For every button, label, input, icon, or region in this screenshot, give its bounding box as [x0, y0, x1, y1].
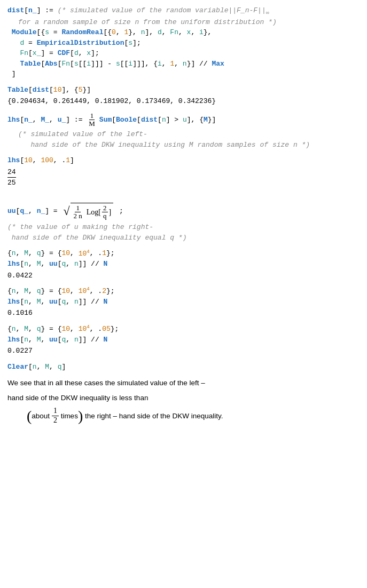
set2-line: {n, M, q} = {10, 104, .2}; [7, 286, 360, 297]
lhs1-result: 0.0422 [7, 271, 360, 281]
open-paren-icon: ( [27, 409, 32, 424]
lhs3-call: lhs[n, M, uu[q, n]] // N [7, 335, 360, 345]
set2-section: {n, M, q} = {10, 104, .2}; lhs[n, M, uu[… [7, 286, 360, 319]
set3-section: {n, M, q} = {10, 104, .05}; lhs[n, M, uu… [7, 324, 360, 356]
lhs2-call: lhs[n, M, uu[q, n]] // N [7, 297, 360, 307]
prose-section: We see that in all these cases the simul… [7, 377, 360, 425]
lhs2-result: 0.1016 [7, 308, 360, 319]
lhs-call-section: lhs[10, 100, .1] 24 25 [7, 155, 360, 188]
uu-comment-2: hand side of the DKW inequality equal q … [7, 233, 360, 243]
close-paren-icon: ) [78, 409, 83, 424]
uu-section: uu[q_, n_] = √ 1 2 n Log [ 2 q ] [7, 203, 360, 243]
lhs-comment-1: (* simulated value of the left- [7, 129, 360, 140]
prose-line3: the right – hand side of the DKW inequal… [83, 410, 223, 422]
uu-comment-1: (* the value of u making the right- [7, 222, 360, 233]
clear-call: Clear[n, M, q] [7, 362, 360, 372]
table-section: Table[dist[10], {5}] {0.204634, 0.261449… [7, 85, 360, 107]
code-dist-2: for a random sample of size n from the u… [7, 17, 360, 28]
lhs3-result: 0.0227 [7, 346, 360, 356]
notebook-content: dist[n_] := (* simulated value of the ra… [7, 5, 360, 425]
prose-line1: We see that in all these cases the simul… [7, 377, 360, 389]
set3-line: {n, M, q} = {10, 104, .05}; [7, 324, 360, 335]
about-text: about [32, 410, 52, 422]
lhs-result-fraction: 24 25 [7, 167, 16, 188]
prose-line2: hand side of the DKW inequality is less … [7, 392, 360, 404]
table-call: Table[dist[10], {5}] [7, 85, 360, 96]
lhs1-call: lhs[n, M, uu[q, n]] // N [7, 259, 360, 269]
times-text: times [59, 410, 78, 422]
set1-line: {n, M, q} = {10, 104, .1}; [7, 248, 360, 259]
lhs-def-line: lhs[n_, M_, u_] := 1M Sum[Boole[dist[n] … [7, 112, 360, 128]
lhs-comment-2: hand side of the DKW inequality using M … [7, 140, 360, 150]
set1-section: {n, M, q} = {10, 104, .1}; lhs[n, M, uu[… [7, 248, 360, 281]
table-result: {0.204634, 0.261449, 0.181902, 0.173469,… [7, 96, 360, 107]
code-dist-6: Table[Abs[Fn[s[[i]]] - s[[i]]], {i, 1, n… [7, 59, 360, 69]
lhs-section: lhs[n_, M_, u_] := 1M Sum[Boole[dist[n] … [7, 112, 360, 150]
code-dist-3: Module[{s = RandomReal[{0, 1}, n], d, Fn… [7, 27, 360, 38]
lhs-call: lhs[10, 100, .1] [7, 155, 360, 166]
clear-section: Clear[n, M, q] [7, 362, 360, 372]
code-dist-1: dist[n_] := (* simulated value of the ra… [7, 5, 360, 17]
dist-definition: dist[n_] := (* simulated value of the ra… [7, 5, 360, 80]
code-dist-5: Fn[x_] = CDF[d, x]; [7, 48, 360, 59]
prose-paren-line: ( about 1 2 times ) the right – hand sid… [7, 407, 360, 425]
half-fraction: 1 2 [52, 407, 59, 425]
code-dist-7: ] [7, 69, 360, 80]
code-dist-4: d = EmpiricalDistribution[s]; [7, 38, 360, 49]
uu-def-line: uu[q_, n_] = √ 1 2 n Log [ 2 q ] [7, 203, 360, 220]
